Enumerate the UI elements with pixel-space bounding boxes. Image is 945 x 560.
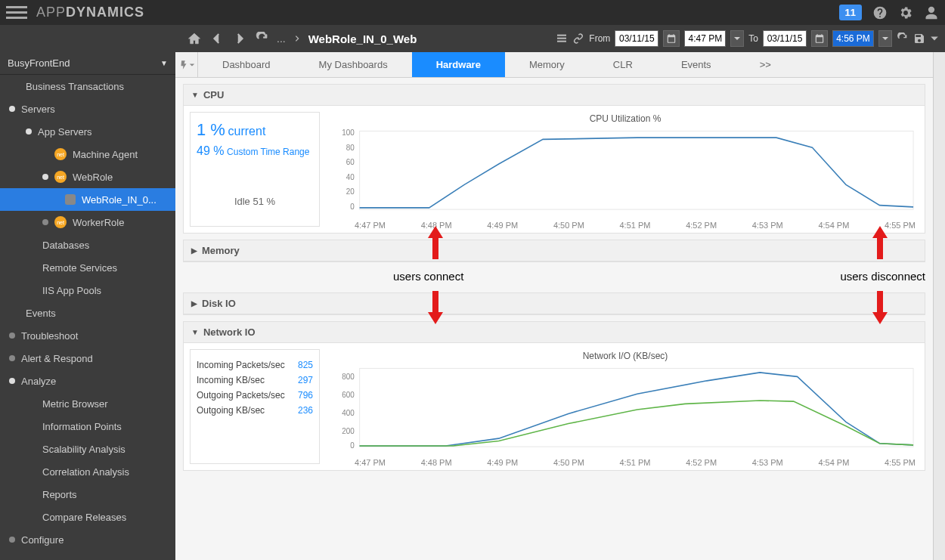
panel-title: CPU bbox=[203, 89, 224, 101]
actions-dropdown[interactable] bbox=[175, 52, 198, 77]
x-tick: 4:54 PM bbox=[818, 458, 849, 467]
bullet-icon bbox=[9, 355, 15, 361]
expand-icon: ▶ bbox=[191, 246, 197, 255]
net-chart-title: Network I/O (KB/sec) bbox=[333, 351, 917, 361]
agent-icon: net bbox=[54, 148, 67, 160]
sidebar-item-corr[interactable]: Correlation Analysis bbox=[0, 460, 175, 483]
x-tick: 4:48 PM bbox=[421, 458, 452, 467]
arrow-down-disconnect bbox=[871, 291, 889, 327]
help-icon[interactable] bbox=[872, 5, 888, 20]
vertical-scrollbar[interactable] bbox=[933, 52, 945, 560]
sidebar-item-analyze[interactable]: Analyze bbox=[0, 370, 175, 392]
link-icon[interactable] bbox=[572, 32, 584, 45]
list-view-icon[interactable] bbox=[556, 32, 568, 45]
from-time-dropdown[interactable] bbox=[730, 30, 744, 47]
sidebar-item-databases[interactable]: Databases bbox=[0, 234, 175, 256]
sidebar-item-label: Databases bbox=[42, 240, 89, 251]
gear-icon[interactable] bbox=[898, 5, 913, 20]
sidebar-item-label: Alert & Respond bbox=[21, 353, 93, 364]
sidebar-item-machineagent[interactable]: netMachine Agent bbox=[0, 143, 175, 166]
to-calendar-button[interactable] bbox=[811, 30, 828, 47]
sidebar-item-scale[interactable]: Scalability Analysis bbox=[0, 438, 175, 460]
refresh-range-icon[interactable] bbox=[897, 32, 909, 45]
sidebar-item-workerrole[interactable]: netWorkerRole bbox=[0, 211, 175, 234]
brand-left: APP bbox=[36, 5, 66, 20]
diskio-panel-header[interactable]: ▶Disk IO bbox=[184, 293, 925, 314]
sidebar-item-webrole-in0[interactable]: WebRole_IN_0... bbox=[0, 188, 175, 211]
sidebar-app-header[interactable]: BusyFrontEnd ▼ bbox=[0, 52, 175, 75]
tab-clr[interactable]: CLR bbox=[589, 52, 657, 77]
tab-memory[interactable]: Memory bbox=[505, 52, 589, 77]
net-stat-label: Outgoing Packets/sec bbox=[197, 390, 285, 401]
svg-text:100: 100 bbox=[342, 128, 355, 137]
sidebar-item-label: Events bbox=[26, 308, 56, 319]
home-icon[interactable] bbox=[187, 32, 201, 45]
breadcrumb-ellipsis[interactable]: ... bbox=[277, 32, 286, 45]
refresh-icon[interactable] bbox=[256, 32, 269, 45]
arrow-up-disconnect bbox=[871, 226, 889, 262]
x-tick: 4:50 PM bbox=[553, 221, 584, 230]
sidebar-item-events[interactable]: Events bbox=[0, 302, 175, 324]
cpu-panel-header[interactable]: ▼CPU bbox=[184, 85, 925, 106]
svg-rect-9 bbox=[360, 131, 913, 209]
from-calendar-button[interactable] bbox=[663, 30, 680, 47]
save-icon[interactable] bbox=[913, 32, 925, 45]
sidebar-item-servers[interactable]: Servers bbox=[0, 97, 175, 120]
sidebar-item-trouble[interactable]: Troubleshoot bbox=[0, 324, 175, 347]
hamburger-menu[interactable] bbox=[6, 2, 27, 23]
memory-panel: ▶Memory bbox=[183, 240, 925, 262]
net-chart: Network I/O (KB/sec) 800 600 400 200 0 4… bbox=[326, 343, 925, 470]
sidebar-item-bt[interactable]: Business Transactions bbox=[0, 75, 175, 97]
sidebar-item-label: Correlation Analysis bbox=[42, 466, 129, 478]
topbar: APPDYNAMICS 11 bbox=[0, 0, 945, 25]
bullet-icon bbox=[9, 333, 15, 339]
from-label: From bbox=[589, 33, 610, 44]
sidebar-item-metric[interactable]: Metric Browser bbox=[0, 392, 175, 415]
net-stats-box: Incoming Packets/sec825 Incoming KB/sec2… bbox=[190, 349, 320, 464]
collapse-down-icon[interactable] bbox=[930, 34, 939, 43]
to-date-input[interactable] bbox=[763, 30, 807, 47]
annot-disconnect: users disconnect bbox=[840, 270, 925, 283]
notification-badge[interactable]: 11 bbox=[839, 5, 862, 20]
to-time-dropdown[interactable] bbox=[878, 30, 892, 47]
memory-panel-header[interactable]: ▶Memory bbox=[184, 240, 925, 261]
svg-rect-2 bbox=[557, 41, 566, 42]
sidebar-item-remote[interactable]: Remote Services bbox=[0, 256, 175, 279]
x-tick: 4:55 PM bbox=[885, 458, 916, 467]
sidebar-item-reports[interactable]: Reports bbox=[0, 483, 175, 506]
sidebar-item-configure[interactable]: Configure bbox=[0, 528, 175, 551]
cpu-chart: CPU Utilization % 100 80 60 40 20 0 4:47… bbox=[326, 106, 925, 233]
forward-icon[interactable] bbox=[233, 32, 246, 45]
sidebar-item-iis[interactable]: IIS App Pools bbox=[0, 279, 175, 302]
sidebar-item-label: Troubleshoot bbox=[21, 330, 78, 342]
sidebar-item-info[interactable]: Information Points bbox=[0, 415, 175, 438]
sidebar-item-webrole[interactable]: netWebRole bbox=[0, 166, 175, 188]
from-time-input[interactable] bbox=[684, 30, 726, 47]
net-chart-svg: 800 600 400 200 0 bbox=[333, 364, 917, 455]
sidebar-item-appservers[interactable]: App Servers bbox=[0, 120, 175, 143]
user-icon[interactable] bbox=[924, 5, 939, 20]
tab-mydash[interactable]: My Dashboards bbox=[295, 52, 412, 77]
cpu-chart-svg: 100 80 60 40 20 0 bbox=[333, 127, 917, 218]
from-date-input[interactable] bbox=[615, 30, 658, 47]
bullet-icon bbox=[42, 174, 48, 180]
to-time-input[interactable] bbox=[832, 30, 874, 47]
svg-text:0: 0 bbox=[350, 203, 355, 212]
net-stat-value: 825 bbox=[298, 360, 313, 370]
cpu-x-axis: 4:47 PM 4:48 PM 4:49 PM 4:50 PM 4:51 PM … bbox=[333, 221, 917, 230]
netio-panel-header[interactable]: ▼Network IO bbox=[184, 322, 925, 343]
x-tick: 4:50 PM bbox=[553, 458, 584, 467]
diskio-panel: ▶Disk IO bbox=[183, 292, 925, 315]
tab-dashboard[interactable]: Dashboard bbox=[198, 52, 295, 77]
x-tick: 4:52 PM bbox=[686, 221, 717, 230]
tab-events[interactable]: Events bbox=[657, 52, 736, 77]
tab-hardware[interactable]: Hardware bbox=[412, 52, 505, 77]
cpu-stat-box: 1 % current 49 % Custom Time Range Idle … bbox=[190, 112, 320, 227]
tab-more[interactable]: >> bbox=[736, 52, 795, 77]
x-tick: 4:55 PM bbox=[885, 221, 916, 230]
sidebar-item-label: Servers bbox=[21, 104, 55, 115]
sidebar-item-compare[interactable]: Compare Releases bbox=[0, 506, 175, 528]
sidebar-item-alert[interactable]: Alert & Respond bbox=[0, 347, 175, 370]
svg-text:400: 400 bbox=[342, 408, 355, 417]
back-icon[interactable] bbox=[210, 32, 224, 45]
